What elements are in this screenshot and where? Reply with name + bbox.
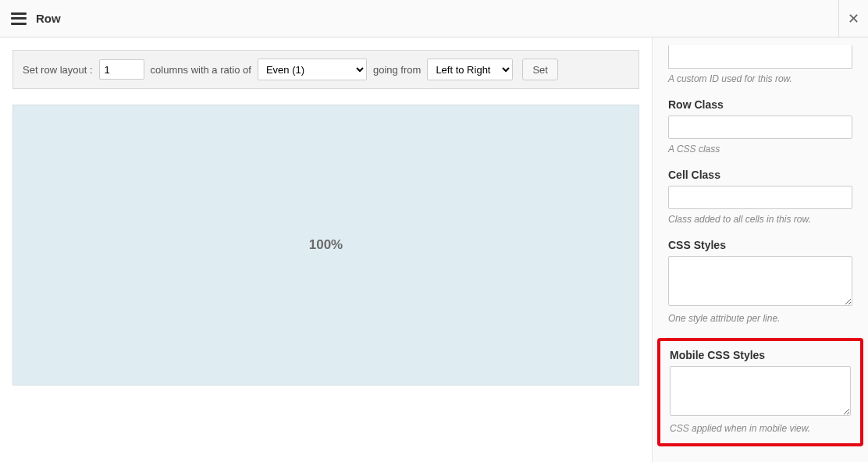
columns-count-input[interactable] [99, 59, 144, 80]
main-panel: Set row layout : columns with a ratio of… [0, 37, 652, 462]
mobile-css-input[interactable] [670, 366, 851, 416]
set-row-layout-label: Set row layout : [23, 64, 93, 76]
topbar: Row ✕ [0, 0, 868, 37]
direction-select[interactable]: Left to Right [427, 59, 513, 80]
cell-class-desc: Class added to all cells in this row. [668, 214, 852, 225]
row-preview[interactable]: 100% [12, 105, 639, 386]
cell-class-input[interactable] [668, 186, 852, 209]
row-id-desc: A custom ID used for this row. [668, 73, 852, 84]
row-layout-controls: Set row layout : columns with a ratio of… [12, 50, 639, 89]
close-button[interactable]: ✕ [838, 0, 868, 37]
cell-width-label: 100% [309, 237, 343, 253]
row-id-input[interactable] [668, 45, 852, 69]
ratio-select[interactable]: Even (1) [258, 59, 367, 80]
row-class-desc: A CSS class [668, 144, 852, 155]
cell-class-label: Cell Class [668, 169, 852, 181]
css-styles-input[interactable] [668, 256, 852, 306]
css-styles-desc: One style attribute per line. [668, 313, 852, 324]
mobile-css-desc: CSS applied when in mobile view. [670, 423, 851, 434]
close-icon: ✕ [848, 10, 859, 27]
mobile-css-highlight: Mobile CSS Styles CSS applied when in mo… [657, 338, 863, 446]
row-class-input[interactable] [668, 116, 852, 139]
page-title: Row [36, 12, 61, 25]
going-from-label: going from [373, 64, 421, 76]
sidebar: A custom ID used for this row. Row Class… [652, 37, 868, 462]
set-button[interactable]: Set [522, 59, 558, 80]
mobile-css-label: Mobile CSS Styles [670, 349, 851, 361]
css-styles-label: CSS Styles [668, 239, 852, 251]
menu-icon[interactable] [11, 12, 27, 25]
columns-ratio-label: columns with a ratio of [151, 64, 251, 76]
row-class-label: Row Class [668, 98, 852, 111]
